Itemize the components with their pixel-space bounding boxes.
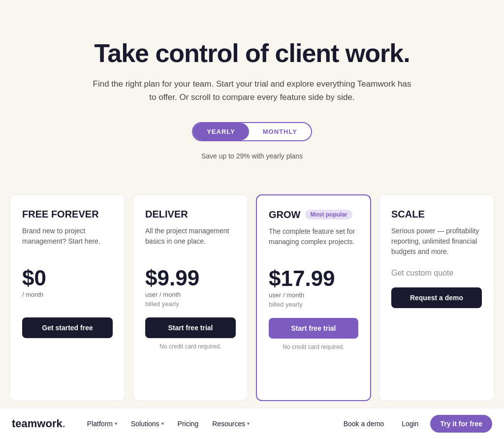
chevron-down-icon: ▾ <box>161 421 164 426</box>
price-billing-deliver: billed yearly <box>145 300 236 308</box>
plan-price-grow: $17.99 <box>269 268 358 289</box>
plan-cta-deliver[interactable]: Start free trial <box>145 317 236 338</box>
custom-quote-scale: Get custom quote <box>391 269 482 278</box>
price-period-free: / month <box>22 291 113 298</box>
nav-cta-button[interactable]: Try it for free <box>430 415 492 433</box>
plan-name-grow: GROW Most popular <box>269 209 358 220</box>
price-billing-grow: billed yearly <box>269 301 358 308</box>
plan-card-deliver: DELIVER All the project management basic… <box>133 194 248 401</box>
chevron-down-icon: ▾ <box>115 421 117 426</box>
plan-name-deliver: DELIVER <box>145 209 236 220</box>
plan-cta-grow[interactable]: Start free trial <box>269 318 358 339</box>
hero-subtitle: Find the right plan for your team. Start… <box>90 77 414 104</box>
plan-desc-deliver: All the project management basics in one… <box>145 226 236 255</box>
plan-name-free: FREE FOREVER <box>22 209 113 220</box>
nav-login[interactable]: Login <box>396 416 424 432</box>
plan-price-free: $0 <box>22 267 113 289</box>
plan-desc-scale: Serious power — profitability reporting,… <box>391 226 482 257</box>
nav-logo: teamwork. <box>12 417 65 430</box>
price-billing-free <box>22 300 113 308</box>
save-text: Save up to 29% with yearly plans <box>20 152 484 160</box>
plan-card-free: FREE FOREVER Brand new to project manage… <box>10 194 125 401</box>
price-period-deliver: user / month <box>145 291 236 298</box>
plan-card-scale: SCALE Serious power — profitability repo… <box>379 194 494 401</box>
monthly-toggle-btn[interactable]: MONTHLY <box>249 123 311 140</box>
popular-badge: Most popular <box>305 210 352 220</box>
plan-price-deliver: $9.99 <box>145 267 236 289</box>
navbar: teamwork. Platform ▾ Solutions ▾ Pricing… <box>0 408 504 439</box>
plan-cta-scale[interactable]: Request a demo <box>391 287 482 308</box>
no-cc-deliver: No credit card required. <box>145 343 236 350</box>
nav-link-resources[interactable]: Resources ▾ <box>206 416 255 432</box>
nav-right: Book a demo Login Try it for free <box>338 415 492 433</box>
chevron-down-icon: ▾ <box>247 421 250 426</box>
plan-desc-free: Brand new to project management? Start h… <box>22 226 113 255</box>
plans-grid: FREE FOREVER Brand new to project manage… <box>10 194 494 401</box>
price-period-grow: user / month <box>269 291 358 299</box>
hero-section: Take control of client work. Find the ri… <box>0 0 504 194</box>
nav-link-solutions[interactable]: Solutions ▾ <box>125 416 170 432</box>
plan-card-grow: GROW Most popular The complete feature s… <box>256 194 371 401</box>
nav-links: Platform ▾ Solutions ▾ Pricing Resources… <box>81 416 338 432</box>
plan-cta-free[interactable]: Get started free <box>22 317 113 338</box>
nav-book-demo[interactable]: Book a demo <box>338 416 390 432</box>
plans-section: FREE FOREVER Brand new to project manage… <box>0 194 504 411</box>
nav-link-pricing[interactable]: Pricing <box>172 416 205 432</box>
billing-toggle: YEARLY MONTHLY <box>192 122 312 141</box>
hero-title: Take control of client work. <box>20 39 484 67</box>
plan-name-scale: SCALE <box>391 209 482 220</box>
nav-link-platform[interactable]: Platform ▾ <box>81 416 123 432</box>
plan-desc-grow: The complete feature set for managing co… <box>269 226 358 256</box>
no-cc-grow: No credit card required. <box>269 344 358 350</box>
yearly-toggle-btn[interactable]: YEARLY <box>193 123 249 140</box>
